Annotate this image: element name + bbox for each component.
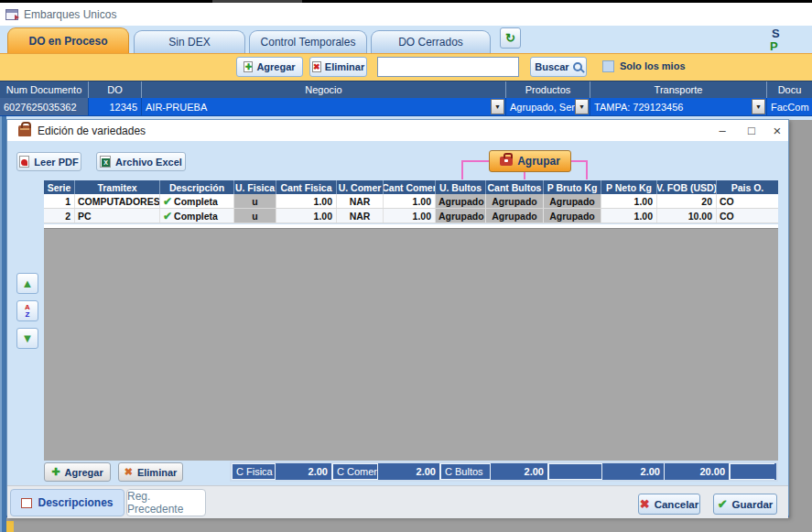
- cell-serie[interactable]: 2: [44, 209, 75, 223]
- cell-negocio[interactable]: AIR-PRUEBA ▼: [142, 98, 506, 115]
- guardar-button[interactable]: ✔ Guardar: [713, 494, 777, 515]
- main-titlebar: Embarques Unicos: [0, 3, 812, 26]
- col-productos[interactable]: Productos: [506, 81, 590, 98]
- col-do[interactable]: DO: [89, 81, 142, 98]
- cell-u-comer[interactable]: NAR: [337, 194, 384, 208]
- col-u-fisica[interactable]: U. Fisica: [234, 180, 276, 194]
- tab-control-temporales[interactable]: Control Temporales: [249, 30, 367, 53]
- cell-u-fisica[interactable]: u: [234, 194, 276, 208]
- negocio-dropdown-icon[interactable]: ▼: [491, 99, 504, 114]
- close-icon[interactable]: ×: [769, 122, 785, 138]
- col-cant-comer[interactable]: Cant Comer: [384, 180, 436, 194]
- cell-tramitex[interactable]: PC: [75, 209, 160, 223]
- leer-pdf-button[interactable]: Leer PDF: [16, 152, 81, 171]
- cell-cant-fisica[interactable]: 1.00: [276, 209, 337, 223]
- cancel-x-icon: ✖: [640, 497, 650, 511]
- cell-descripcion[interactable]: ✔ Completa: [160, 194, 234, 208]
- solo-los-mios-checkbox[interactable]: [602, 60, 614, 72]
- productos-dropdown-icon[interactable]: ▼: [575, 99, 589, 114]
- cell-tramitex[interactable]: COMPUTADORES: [75, 194, 160, 208]
- col-pais-o[interactable]: Pais O.: [717, 180, 778, 194]
- footer-eliminar-button[interactable]: ✖ Eliminar: [118, 462, 183, 482]
- tab-descripciones[interactable]: Descripciones: [10, 489, 125, 516]
- side-label-p: P: [770, 39, 778, 53]
- col-cant-bultos[interactable]: Cant Bultos: [486, 180, 544, 194]
- cell-serie[interactable]: 1: [44, 194, 75, 208]
- cell-num-documento[interactable]: 6027625035362: [0, 98, 89, 115]
- group-bracket-left: [461, 160, 463, 179]
- app-title: Embarques Unicos: [24, 8, 116, 21]
- buscar-button[interactable]: Buscar: [530, 57, 587, 77]
- col-descripcion[interactable]: Descripción: [160, 180, 234, 194]
- cell-cant-comer[interactable]: 1.00: [384, 209, 436, 223]
- eliminar-button[interactable]: ✖ Eliminar: [309, 57, 367, 77]
- cell-pais-o[interactable]: CO: [717, 209, 778, 223]
- main-tabstrip: DO en Proceso Sin DEX Control Temporales…: [0, 26, 812, 53]
- cell-p-neto-kg[interactable]: 1.00: [601, 209, 657, 223]
- col-p-bruto-kg[interactable]: P Bruto Kg: [544, 180, 601, 194]
- main-toolbar: ✚ Agregar ✖ Eliminar Buscar Solo los mio…: [0, 53, 812, 81]
- cell-p-bruto-kg[interactable]: Agrupado: [544, 209, 601, 223]
- cell-cant-fisica[interactable]: 1.00: [276, 194, 337, 208]
- window-content-sliver: [6, 521, 14, 532]
- sort-button[interactable]: A Z: [16, 300, 38, 321]
- cell-u-fisica[interactable]: u: [234, 209, 276, 223]
- move-down-button[interactable]: ▼: [16, 328, 38, 349]
- cell-transporte[interactable]: TAMPA: 729123456 ▼: [590, 98, 767, 115]
- group-bracket-right: [586, 160, 588, 179]
- cell-u-bultos[interactable]: Agrupado: [436, 194, 486, 208]
- app-icon: [5, 9, 18, 20]
- col-u-comer[interactable]: U. Comer: [337, 180, 384, 194]
- cell-p-neto-kg[interactable]: 1.00: [601, 194, 657, 208]
- cell-descripcion[interactable]: ✔ Completa: [160, 209, 234, 223]
- col-transporte[interactable]: Transporte: [590, 81, 767, 98]
- tab-reg-precedente[interactable]: Reg. Precedente: [126, 489, 206, 516]
- cell-do[interactable]: 12345: [89, 98, 142, 115]
- cell-documentos[interactable]: FacCom: [767, 98, 812, 115]
- dialog-title: Edición de variedades: [38, 125, 146, 137]
- cell-p-bruto-kg[interactable]: Agrupado: [544, 194, 601, 208]
- cell-u-comer[interactable]: NAR: [337, 209, 384, 223]
- footer-agregar-button[interactable]: ✚ Agregar: [44, 462, 111, 482]
- check-icon: ✔: [163, 195, 172, 208]
- total-value-c-comer: 2.00: [378, 463, 440, 480]
- cell-cant-bultos[interactable]: Agrupado: [486, 194, 544, 208]
- variety-row-1[interactable]: 1 COMPUTADORES ✔ Completa u 1.00 NAR 1.0…: [44, 194, 778, 209]
- variety-row-2[interactable]: 2 PC ✔ Completa u 1.00 NAR 1.00 Agrupado…: [44, 209, 778, 223]
- tab-do-en-proceso[interactable]: DO en Proceso: [7, 27, 129, 53]
- minimize-icon[interactable]: –: [714, 122, 731, 138]
- agregar-button[interactable]: ✚ Agregar: [236, 57, 303, 77]
- col-u-bultos[interactable]: U. Bultos: [436, 180, 486, 194]
- total-value-v-fob: 20.00: [665, 463, 730, 480]
- agrupar-button[interactable]: Agrupar: [489, 150, 571, 172]
- tab-do-cerrados[interactable]: DO Cerrados: [371, 30, 491, 53]
- cell-cant-comer[interactable]: 1.00: [384, 194, 436, 208]
- cell-v-fob[interactable]: 10.00: [657, 209, 717, 223]
- refresh-button[interactable]: ↻: [500, 27, 521, 49]
- cell-pais-o[interactable]: CO: [717, 194, 778, 208]
- tab-sin-dex[interactable]: Sin DEX: [134, 30, 245, 53]
- col-cant-fisica[interactable]: Cant Fisica: [276, 180, 337, 194]
- search-input[interactable]: [377, 57, 519, 77]
- grid-row-selected[interactable]: 6027625035362 12345 AIR-PRUEBA ▼ Agrupad…: [0, 98, 812, 116]
- transporte-dropdown-icon[interactable]: ▼: [752, 99, 765, 114]
- check-icon: ✔: [163, 210, 172, 223]
- cell-v-fob[interactable]: 20: [657, 194, 717, 208]
- col-negocio[interactable]: Negocio: [142, 81, 506, 98]
- dialog-titlebar[interactable]: Edición de variedades: [7, 120, 788, 141]
- cell-u-bultos[interactable]: Agrupado: [436, 209, 486, 223]
- maximize-icon[interactable]: □: [743, 122, 760, 138]
- col-serie[interactable]: Serie: [44, 180, 75, 194]
- col-num-documento[interactable]: Num Documento: [0, 81, 89, 98]
- col-v-fob-usd[interactable]: V. FOB (USD): [657, 180, 717, 194]
- cell-cant-bultos[interactable]: Agrupado: [486, 209, 544, 223]
- archivo-excel-button[interactable]: Archivo Excel: [96, 152, 186, 171]
- move-up-button[interactable]: ▲: [16, 273, 38, 294]
- cell-productos[interactable]: Agrupado, Seri ▼: [506, 98, 590, 115]
- cancelar-button[interactable]: ✖ Cancelar: [638, 494, 700, 515]
- col-documentos[interactable]: Docu: [767, 81, 812, 98]
- total-label-c-comer: C Comer: [332, 463, 378, 480]
- col-p-neto-kg[interactable]: P Neto Kg: [601, 180, 657, 194]
- col-tramitex[interactable]: Tramitex: [75, 180, 160, 194]
- toolbox-icon: [500, 157, 513, 166]
